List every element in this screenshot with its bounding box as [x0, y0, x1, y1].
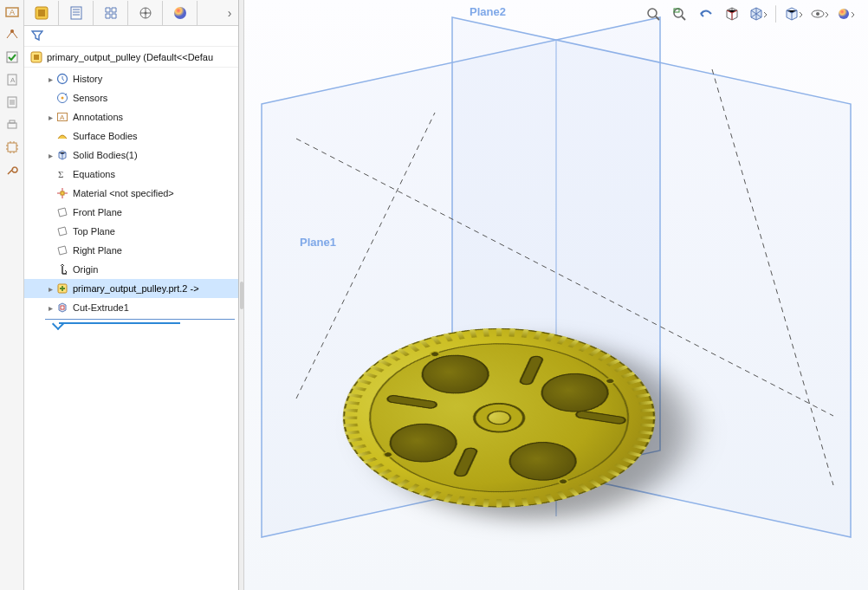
- tree-filter-bar: [24, 26, 238, 47]
- heads-up-toolbar: [644, 5, 856, 23]
- imported-icon: [55, 282, 69, 295]
- cut-extrude-icon: [55, 301, 69, 314]
- tree-node-label: Equations: [73, 169, 115, 179]
- svg-point-20: [62, 97, 64, 100]
- tree-node[interactable]: ▸AAnnotations: [24, 107, 238, 126]
- tree-node[interactable]: ▸Surface Bodies: [24, 126, 238, 146]
- plane-icon: [55, 243, 69, 257]
- svg-point-2: [10, 29, 14, 33]
- rail-check-icon[interactable]: [3, 49, 21, 66]
- rollback-bar[interactable]: [59, 320, 238, 327]
- plane2-label: Plane2: [470, 5, 506, 18]
- tree-node-label: Surface Bodies: [73, 131, 138, 141]
- rail-tool-icon[interactable]: [3, 161, 21, 178]
- tree-node[interactable]: ▸History: [24, 69, 238, 88]
- expand-arrow-icon[interactable]: ▸: [45, 284, 55, 294]
- tree-node[interactable]: ▸Origin: [24, 260, 238, 279]
- rail-weld-icon[interactable]: [3, 26, 21, 43]
- section-view-icon[interactable]: [722, 5, 742, 23]
- svg-rect-12: [71, 7, 81, 19]
- tree-node-label: Front Plane: [73, 207, 122, 217]
- surface-bodies-icon: [55, 129, 69, 143]
- gear-model[interactable]: [499, 328, 868, 573]
- graphics-viewport[interactable]: Plane2 Plane1: [244, 0, 868, 590]
- svg-rect-8: [10, 120, 15, 123]
- expand-arrow-icon[interactable]: ▸: [45, 303, 55, 313]
- annotations-icon: A: [55, 110, 69, 124]
- svg-point-33: [648, 9, 657, 17]
- feature-manager-panel: › primary_output_pulley (Default<<Defau …: [24, 0, 239, 590]
- history-icon: [55, 72, 69, 86]
- expand-arrow-icon[interactable]: ▸: [45, 113, 55, 122]
- filter-funnel-icon[interactable]: [31, 29, 45, 43]
- tree-node-label: Cut-Extrude1: [73, 302, 129, 313]
- tree-node[interactable]: ▸Sensors: [24, 88, 238, 107]
- tree-node[interactable]: ▸Right Plane: [24, 241, 238, 260]
- tree-root-row[interactable]: primary_output_pulley (Default<<Defau: [24, 47, 238, 68]
- material-icon: [55, 186, 69, 200]
- svg-text:A: A: [60, 113, 65, 121]
- tree-node-label: Top Plane: [73, 226, 115, 237]
- tree-node-label: Solid Bodies(1): [73, 150, 138, 160]
- svg-text:A: A: [10, 8, 15, 16]
- previous-view-icon[interactable]: [696, 5, 716, 23]
- hide-show-icon[interactable]: [809, 5, 830, 23]
- tab-display-manager[interactable]: [163, 1, 198, 25]
- panel-tab-bar: ›: [24, 0, 238, 26]
- svg-point-14: [144, 11, 146, 14]
- tree-node[interactable]: ▸ΣEquations: [24, 165, 238, 184]
- rail-doc-b-icon[interactable]: [3, 94, 21, 111]
- svg-point-39: [816, 12, 819, 16]
- tree-node[interactable]: ▸Cut-Extrude1: [24, 298, 238, 317]
- expand-arrow-icon[interactable]: ▸: [45, 151, 55, 160]
- tree-node-label: Material <not specified>: [73, 188, 174, 198]
- toolbar-separator: [775, 5, 776, 23]
- tree-root-label: primary_output_pulley (Default<<Defau: [47, 52, 213, 62]
- tree-node-label: primary_output_pulley.prt.2 ->: [73, 283, 199, 294]
- tab-overflow-chevron[interactable]: ›: [221, 1, 238, 25]
- svg-text:A: A: [10, 76, 16, 84]
- tab-property-manager[interactable]: [59, 1, 94, 25]
- plane1-label: Plane1: [300, 236, 336, 249]
- expand-arrow-icon[interactable]: ▸: [45, 75, 55, 84]
- rail-chip-icon[interactable]: [3, 139, 21, 156]
- tree-node-label: Annotations: [73, 112, 123, 122]
- rail-print-icon[interactable]: [3, 116, 21, 133]
- zoom-area-icon[interactable]: [670, 5, 690, 23]
- feature-tree[interactable]: ▸History▸Sensors▸AAnnotations▸Surface Bo…: [24, 68, 238, 590]
- tree-node[interactable]: ▸Front Plane: [24, 203, 238, 222]
- svg-point-40: [839, 9, 849, 19]
- equations-icon: Σ: [55, 167, 69, 181]
- display-style-icon[interactable]: [783, 5, 804, 23]
- svg-line-34: [656, 16, 659, 20]
- tree-node-label: Right Plane: [73, 245, 122, 256]
- part-icon: [29, 50, 43, 64]
- origin-icon: [55, 263, 69, 276]
- tree-node-label: Sensors: [73, 93, 107, 103]
- left-tool-rail: A A: [0, 0, 24, 590]
- tree-node[interactable]: ▸primary_output_pulley.prt.2 ->: [24, 279, 238, 298]
- plane-icon: [55, 205, 69, 219]
- rail-doc-a-icon[interactable]: A: [3, 71, 21, 88]
- tree-node-label: History: [73, 74, 102, 84]
- svg-rect-24: [61, 191, 64, 195]
- svg-point-35: [674, 9, 683, 17]
- tab-configuration-manager[interactable]: [94, 1, 128, 25]
- svg-point-15: [174, 7, 186, 19]
- svg-rect-11: [38, 10, 45, 16]
- svg-rect-9: [8, 143, 16, 152]
- tree-node[interactable]: ▸Material <not specified>: [24, 184, 238, 203]
- sensors-icon: [55, 91, 69, 105]
- tree-node[interactable]: ▸Top Plane: [24, 222, 238, 241]
- svg-rect-26: [61, 306, 64, 309]
- rail-annotation-icon[interactable]: A: [3, 3, 21, 21]
- svg-line-36: [682, 16, 685, 20]
- tree-node[interactable]: ▸Solid Bodies(1): [24, 146, 238, 165]
- edit-appearance-icon[interactable]: [835, 5, 856, 23]
- tab-feature-manager[interactable]: [24, 1, 59, 25]
- tab-dimxpert[interactable]: [128, 1, 163, 25]
- zoom-to-fit-icon[interactable]: [644, 5, 664, 23]
- svg-rect-3: [7, 52, 17, 62]
- view-orientation-icon[interactable]: [748, 5, 768, 23]
- solid-bodies-icon: [55, 148, 69, 162]
